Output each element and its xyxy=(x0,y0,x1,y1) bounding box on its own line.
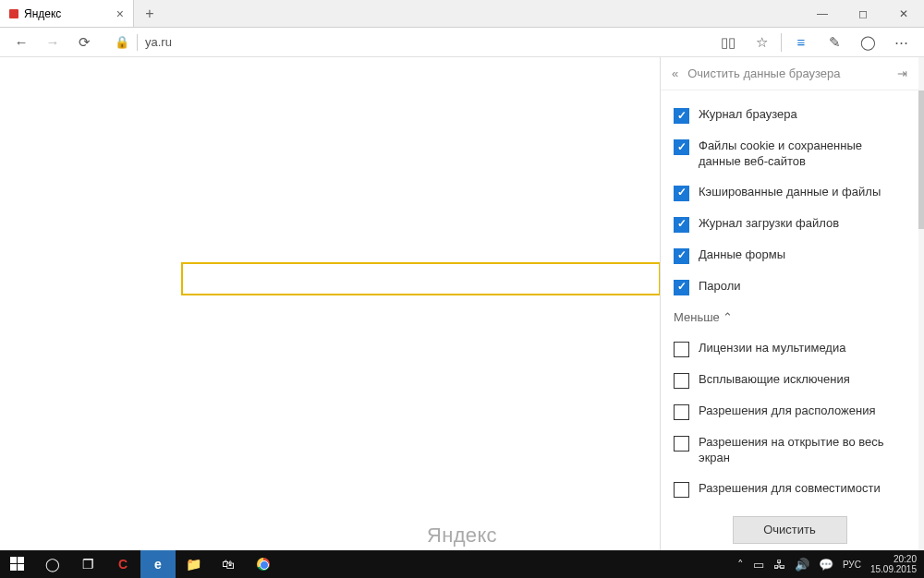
checkbox-row[interactable]: ✓Журнал загрузки файлов xyxy=(674,216,906,233)
show-less-link[interactable]: Меньше ⌃ xyxy=(674,310,906,324)
lock-icon: 🔒 xyxy=(115,35,129,49)
checkbox-row[interactable]: Разрешения для совместимости xyxy=(674,481,906,498)
share-icon[interactable]: ◯ xyxy=(852,30,883,55)
yandex-search-input[interactable] xyxy=(181,262,661,295)
tray-date: 15.09.2015 xyxy=(870,564,917,574)
checkbox-icon[interactable]: ✓ xyxy=(674,108,689,124)
toolbar-actions: ▯▯ ☆ ≡ ✎ ◯ ⋯ xyxy=(712,30,917,55)
checkbox-icon[interactable]: ✓ xyxy=(674,248,689,264)
checkbox-icon[interactable]: ✓ xyxy=(674,186,689,201)
checkbox-label: Журнал загрузки файлов xyxy=(699,216,839,232)
favorite-icon[interactable]: ☆ xyxy=(746,30,777,55)
taskbar-ccleaner[interactable]: C xyxy=(105,550,140,578)
checkbox-row[interactable]: ✓Файлы cookie и сохраненные данные веб-с… xyxy=(674,138,906,170)
checkbox-label: Данные формы xyxy=(699,247,785,263)
webnote-icon[interactable]: ✎ xyxy=(819,30,850,55)
scrollbar[interactable] xyxy=(918,57,924,550)
forward-button[interactable]: → xyxy=(39,30,67,55)
taskbar-edge[interactable]: e xyxy=(140,550,176,578)
pin-icon[interactable]: ⇥ xyxy=(897,66,907,80)
more-icon[interactable]: ⋯ xyxy=(885,30,917,55)
checkbox-row[interactable]: ✓Журнал браузера xyxy=(674,107,906,124)
refresh-button[interactable]: ⟳ xyxy=(70,30,98,55)
svg-rect-0 xyxy=(10,557,17,563)
tray-clock[interactable]: 20:20 15.09.2015 xyxy=(870,554,917,574)
new-tab-button[interactable]: + xyxy=(134,0,165,27)
network-icon[interactable]: 🖧 xyxy=(773,558,785,572)
url-input[interactable] xyxy=(145,35,705,49)
checkbox-icon[interactable] xyxy=(674,373,689,389)
checkbox-row[interactable]: Разрешения для расположения xyxy=(674,403,906,420)
panel-header: « Очистить данные браузера ⇥ xyxy=(661,57,918,90)
minimize-button[interactable]: — xyxy=(802,0,843,27)
taskbar-explorer[interactable]: 📁 xyxy=(176,550,211,578)
store-icon: 🛍 xyxy=(222,557,235,572)
browser-toolbar: ← → ⟳ 🔒 ▯▯ ☆ ≡ ✎ ◯ ⋯ xyxy=(0,28,924,57)
checkbox-label: Разрешения на открытие во весь экран xyxy=(699,435,906,466)
folder-icon: 📁 xyxy=(186,557,201,572)
battery-icon[interactable]: ▭ xyxy=(753,558,764,572)
language-indicator[interactable]: РУС xyxy=(843,560,861,570)
clear-data-panel: « Очистить данные браузера ⇥ ✓Журнал бра… xyxy=(660,57,918,550)
notifications-icon[interactable]: 💬 xyxy=(819,558,833,572)
back-button[interactable]: ← xyxy=(7,30,35,55)
separator xyxy=(137,34,138,51)
maximize-button[interactable]: ◻ xyxy=(843,0,883,27)
start-button[interactable] xyxy=(0,550,35,578)
checkbox-label: Разрешения для совместимости xyxy=(699,481,881,497)
windows-icon xyxy=(10,557,25,572)
checkbox-label: Пароли xyxy=(699,279,741,295)
volume-icon[interactable]: 🔊 xyxy=(795,558,809,572)
checkbox-label: Лицензии на мультимедиа xyxy=(699,341,845,356)
tray-chevron-icon[interactable]: ˄ xyxy=(737,558,744,572)
window-controls: — ◻ ✕ xyxy=(802,0,924,27)
back-chevron-icon[interactable]: « xyxy=(672,66,678,80)
checkbox-row[interactable]: ✓Данные формы xyxy=(674,247,906,264)
address-bar[interactable]: 🔒 xyxy=(111,30,709,54)
browser-tab[interactable]: Яндекс × xyxy=(0,0,134,27)
checkbox-icon[interactable]: ✓ xyxy=(674,139,689,155)
tab-close-icon[interactable]: × xyxy=(116,6,124,21)
separator xyxy=(781,33,782,52)
checkbox-icon[interactable] xyxy=(674,404,689,420)
close-button[interactable]: ✕ xyxy=(883,0,924,27)
hub-icon[interactable]: ≡ xyxy=(785,30,817,55)
ccleaner-icon: C xyxy=(118,557,128,572)
tab-favicon xyxy=(9,9,18,18)
checkbox-icon[interactable] xyxy=(674,482,689,498)
edge-icon: e xyxy=(154,557,162,572)
checkbox-row[interactable]: Всплывающие исключения xyxy=(674,372,906,389)
checkbox-label: Кэшированные данные и файлы xyxy=(699,185,881,200)
chrome-icon xyxy=(257,558,270,571)
checkbox-icon[interactable] xyxy=(674,342,689,357)
checkbox-icon[interactable] xyxy=(674,436,689,452)
clear-button[interactable]: Очистить xyxy=(733,516,847,544)
svg-rect-2 xyxy=(10,564,17,571)
checkbox-row[interactable]: ✓Кэшированные данные и файлы xyxy=(674,185,906,201)
tab-title: Яндекс xyxy=(24,7,61,20)
svg-rect-1 xyxy=(18,557,24,563)
task-view-icon[interactable]: ❐ xyxy=(70,550,105,578)
checkbox-label: Журнал браузера xyxy=(699,107,797,123)
checkbox-row[interactable]: Разрешения на открытие во весь экран xyxy=(674,435,906,466)
reading-view-icon[interactable]: ▯▯ xyxy=(712,30,744,55)
panel-title: Очистить данные браузера xyxy=(687,66,840,80)
panel-body: ✓Журнал браузера ✓Файлы cookie и сохране… xyxy=(661,90,918,550)
system-tray: ˄ ▭ 🖧 🔊 💬 РУС 20:20 15.09.2015 xyxy=(737,554,924,574)
checkbox-icon[interactable]: ✓ xyxy=(674,217,689,233)
svg-rect-3 xyxy=(18,564,24,571)
taskbar-store[interactable]: 🛍 xyxy=(211,550,246,578)
checkbox-label: Всплывающие исключения xyxy=(699,372,850,388)
checkbox-label: Файлы cookie и сохраненные данные веб-са… xyxy=(699,138,906,170)
checkbox-label: Разрешения для расположения xyxy=(699,403,875,419)
titlebar: Яндекс × + — ◻ ✕ xyxy=(0,0,924,28)
taskbar-search-icon[interactable]: ◯ xyxy=(35,550,70,578)
tray-time: 20:20 xyxy=(870,554,917,564)
taskbar-chrome[interactable] xyxy=(246,550,281,578)
taskbar: ◯ ❐ C e 📁 🛍 ˄ ▭ 🖧 🔊 💬 РУС 20:20 15.09.20… xyxy=(0,550,924,578)
scrollbar-thumb[interactable] xyxy=(918,90,924,229)
checkbox-row[interactable]: ✓Пароли xyxy=(674,279,906,295)
checkbox-row[interactable]: Лицензии на мультимедиа xyxy=(674,341,906,357)
checkbox-icon[interactable]: ✓ xyxy=(674,280,689,295)
chevron-up-icon: ⌃ xyxy=(723,310,733,324)
